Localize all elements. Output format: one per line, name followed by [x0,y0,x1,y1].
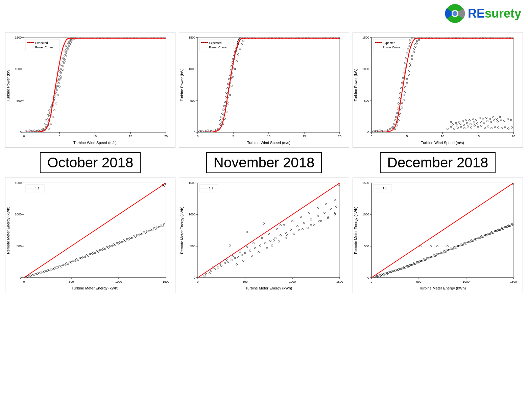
svg-text:500: 500 [190,244,195,248]
svg-point-515 [27,276,28,278]
svg-point-638 [241,254,243,256]
svg-point-694 [285,237,287,239]
svg-point-680 [287,235,288,236]
svg-point-445 [487,126,489,127]
svg-point-585 [116,242,118,244]
svg-point-271 [227,103,229,104]
svg-point-689 [251,255,253,257]
svg-point-597 [157,226,159,228]
svg-point-659 [219,263,221,265]
svg-point-645 [275,237,277,239]
svg-point-551 [148,231,150,232]
svg-point-655 [336,206,337,208]
svg-point-678 [280,225,282,226]
svg-point-274 [233,76,234,78]
svg-text:500: 500 [17,99,22,102]
svg-point-209 [206,130,207,132]
svg-text:Power Curve: Power Curve [209,46,226,49]
svg-point-452 [511,127,513,129]
svg-point-155 [62,57,64,59]
svg-point-544 [125,240,126,242]
svg-point-530 [77,259,79,261]
svg-point-481 [497,121,499,122]
svg-point-453 [450,121,452,123]
svg-point-670 [300,216,302,218]
svg-point-443 [481,125,482,127]
svg-point-401 [415,46,416,48]
svg-point-444 [484,127,486,129]
svg-point-671 [309,212,310,214]
svg-point-675 [229,245,231,247]
svg-point-220 [221,116,222,118]
svg-text:1000: 1000 [189,67,195,71]
svg-point-518 [37,273,39,275]
logo-icon [445,3,465,24]
svg-point-356 [396,112,398,114]
svg-point-564 [45,270,47,272]
svg-point-520 [44,271,45,273]
svg-point-395 [405,91,406,93]
svg-point-673 [326,204,327,205]
svg-point-210 [207,130,209,132]
svg-text:1500: 1500 [362,181,369,185]
svg-point-164 [54,110,55,111]
svg-point-341 [374,130,376,132]
svg-text:500: 500 [190,99,195,102]
svg-point-383 [408,71,410,72]
svg-point-280 [243,40,244,42]
svg-point-363 [402,77,404,79]
main-content: 0 500 1000 1500 0 5 10 15 20 Turbine [0,27,528,295]
svg-text:1:1: 1:1 [35,187,40,190]
svg-point-569 [62,264,64,266]
svg-point-468 [452,124,454,125]
svg-point-652 [317,215,319,217]
svg-point-630 [214,269,216,270]
svg-point-640 [249,250,251,252]
svg-point-467 [499,116,501,118]
svg-point-275 [234,68,236,70]
svg-point-666 [268,233,270,235]
svg-nov-energy: 0 500 1000 1500 0 500 1000 1500 Remote M… [179,178,345,293]
svg-point-728 [374,276,376,278]
svg-point-649 [297,226,298,227]
svg-point-572 [72,260,74,262]
svg-text:0: 0 [367,131,369,134]
svg-text:10: 10 [93,135,97,138]
month-text-oct: October 2018 [40,152,141,173]
svg-point-519 [40,272,42,274]
svg-point-89 [48,118,50,120]
svg-point-560 [32,275,33,276]
svg-point-677 [263,223,265,225]
svg-point-588 [126,238,128,240]
svg-point-463 [486,117,487,119]
svg-point-379 [401,102,403,104]
svg-point-346 [383,130,384,132]
svg-point-811 [437,246,438,247]
svg-point-224 [224,101,226,103]
svg-text:20: 20 [338,135,341,138]
svg-point-438 [464,127,465,129]
svg-point-476 [480,121,482,123]
svg-point-633 [224,262,226,264]
svg-point-584 [113,244,115,246]
svg-point-112 [67,44,69,45]
svg-point-218 [219,123,221,125]
svg-text:0: 0 [23,280,25,283]
svg-text:1500: 1500 [15,36,22,39]
svg-point-636 [234,257,236,259]
svg-rect-3 [24,38,166,132]
svg-point-576 [86,255,88,256]
svg-text:1500: 1500 [510,280,517,283]
svg-point-273 [231,85,233,87]
svg-text:1500: 1500 [15,181,22,185]
svg-point-568 [59,265,61,267]
svg-point-553 [155,228,157,230]
svg-point-162 [50,123,52,125]
svg-point-364 [403,72,405,74]
svg-nov-power: 0 500 1000 1500 0 5 10 15 20 Turbine Pow… [179,32,345,147]
svg-text:Expected: Expected [209,41,222,45]
svg-point-729 [378,275,379,277]
svg-text:500: 500 [416,280,421,283]
svg-text:1500: 1500 [163,280,169,283]
svg-point-732 [388,272,389,274]
